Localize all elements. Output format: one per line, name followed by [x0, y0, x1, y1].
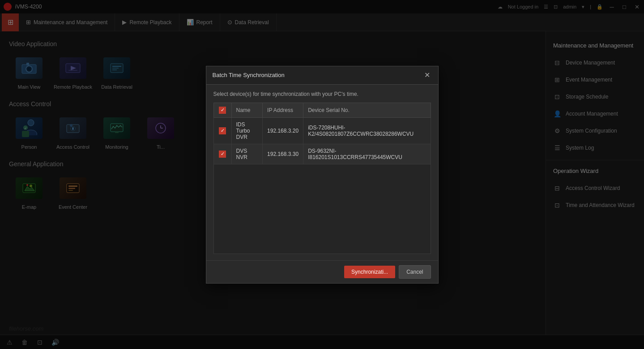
- modal-title: Batch Time Synchronization: [213, 72, 285, 78]
- select-all-checkbox[interactable]: ✓: [219, 107, 226, 114]
- modal-description: Select device(s) for time synchronizatio…: [213, 91, 431, 97]
- modal-header: Batch Time Synchronization ✕: [206, 66, 438, 85]
- device-checkbox-1[interactable]: ✓: [219, 151, 226, 158]
- device-ip-cell: 192.168.3.20: [263, 117, 303, 144]
- device-table: ✓ Name IP Address Device Serial No. ✓ ID…: [213, 103, 431, 164]
- modal-body: Select device(s) for time synchronizatio…: [206, 85, 438, 260]
- table-empty-area: [213, 164, 431, 254]
- device-ip-cell: 192.168.3.30: [263, 144, 303, 164]
- device-serial-cell: iDS-7208HUHI-K2/4S08201807Z6CCWRC3802828…: [303, 117, 431, 144]
- cancel-button[interactable]: Cancel: [399, 265, 431, 279]
- col-header-serial: Device Serial No.: [303, 103, 431, 117]
- device-name-cell: IDS Turbo DVR: [231, 117, 263, 144]
- table-row: ✓ IDS Turbo DVR 192.168.3.20 iDS-7208HUH…: [213, 117, 431, 144]
- device-table-body: ✓ IDS Turbo DVR 192.168.3.20 iDS-7208HUH…: [213, 117, 431, 164]
- col-header-ip: IP Address: [263, 103, 303, 117]
- row-checkbox-cell: ✓: [213, 117, 231, 144]
- modal-dialog: Batch Time Synchronization ✕ Select devi…: [206, 66, 439, 284]
- table-row: ✓ DVS NVR 192.168.3.30 DS-9632NI-I816201…: [213, 144, 431, 164]
- col-header-name: Name: [231, 103, 263, 117]
- device-serial-cell: DS-9632NI-I816201S1013CCRRS47735445WCVU: [303, 144, 431, 164]
- device-name-cell: DVS NVR: [231, 144, 263, 164]
- col-header-checkbox: ✓: [213, 103, 231, 117]
- modal-overlay: Batch Time Synchronization ✕ Select devi…: [0, 0, 644, 349]
- row-checkbox-cell: ✓: [213, 144, 231, 164]
- modal-footer: Synchronizati... Cancel: [206, 260, 438, 283]
- sync-button[interactable]: Synchronizati...: [344, 266, 395, 278]
- modal-close-button[interactable]: ✕: [423, 71, 432, 80]
- device-checkbox-0[interactable]: ✓: [219, 127, 226, 134]
